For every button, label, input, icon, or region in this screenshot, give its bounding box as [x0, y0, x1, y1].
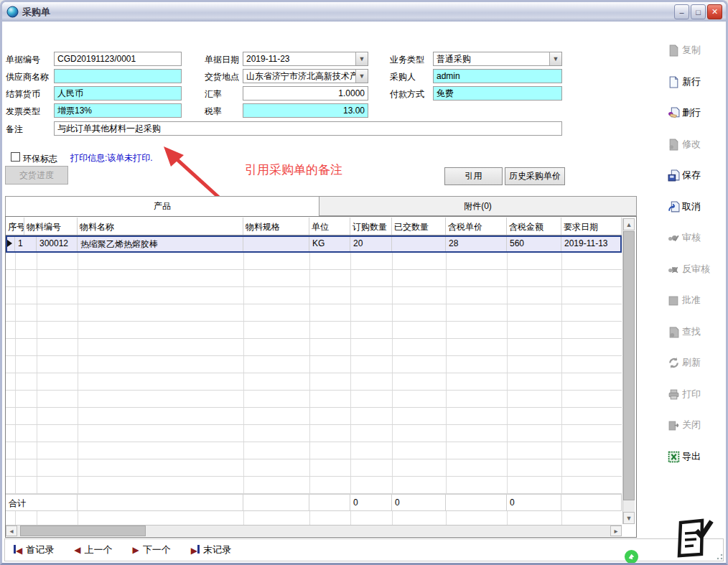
remark-field[interactable]: 与此订单其他材料一起采购	[54, 121, 562, 136]
cell-seq[interactable]: 1	[15, 235, 37, 253]
unaudit-button: 反审核	[668, 263, 710, 276]
scroll-right-icon[interactable]: ▸	[610, 526, 622, 536]
print-button: 打印	[668, 388, 701, 401]
last-record-button[interactable]: ▶ 末记录	[191, 543, 231, 556]
invoice-type-field[interactable]: 增票13%	[54, 103, 182, 118]
close-form-icon	[668, 419, 680, 431]
find-icon	[668, 326, 680, 338]
prev-record-icon: ◀	[74, 545, 80, 555]
delivery-progress-button: 交货进度	[5, 166, 68, 185]
audit-icon	[668, 232, 680, 244]
chevron-down-icon[interactable]: ▼	[355, 52, 368, 65]
grid-header-row: 序号 物料编号 物料名称 物料规格 单位 订购数量 已交数量 含税单价 含税金额…	[6, 218, 622, 235]
cancel-icon	[668, 201, 680, 213]
column-header[interactable]: 已交数量	[392, 218, 446, 235]
grid-empty-rows	[6, 253, 622, 494]
save-button[interactable]: 保存	[668, 169, 701, 182]
quote-button[interactable]: 引用	[444, 167, 503, 185]
next-record-icon: ▶	[132, 545, 139, 555]
supplier-field[interactable]	[54, 69, 182, 83]
scroll-down-icon[interactable]: ▼	[623, 512, 635, 524]
cell-delivered[interactable]	[392, 235, 446, 253]
cancel-button[interactable]: 取消	[668, 200, 701, 213]
column-header[interactable]: 物料规格	[243, 218, 309, 235]
status-green-icon	[624, 549, 639, 564]
cell-date[interactable]: 2019-11-13	[561, 235, 622, 253]
notes-check-logo-icon	[670, 516, 714, 561]
tab-attachment[interactable]: 附件(0)	[319, 196, 637, 216]
tab-bar: 产品 附件(0)	[5, 196, 637, 216]
new-row-icon	[668, 76, 680, 88]
cell-qty[interactable]: 20	[350, 235, 392, 253]
cell-name[interactable]: 热缩聚乙烯热熔胶棒	[78, 235, 243, 253]
biz-type-label: 业务类型	[390, 54, 424, 66]
prev-record-button[interactable]: ◀ 上一个	[74, 543, 112, 556]
payment-field[interactable]: 免费	[433, 86, 562, 101]
buyer-field[interactable]: admin	[433, 69, 562, 83]
red-arrow-annotation	[157, 142, 228, 203]
column-header[interactable]: 物料编号	[24, 218, 78, 235]
delivery-place-combobox[interactable]: 山东省济宁市济北高新技术产 ▼	[243, 69, 368, 83]
chevron-down-icon[interactable]: ▼	[355, 70, 368, 83]
cell-code[interactable]: 300012	[37, 235, 78, 253]
delivery-place-value: 山东省济宁市济北高新技术产	[246, 71, 358, 81]
exchange-rate-field[interactable]: 1.0000	[243, 86, 368, 101]
title-bar[interactable]: 采购单 – □ ✕	[2, 2, 726, 22]
chevron-down-icon[interactable]: ▼	[549, 52, 561, 65]
new-row-button[interactable]: 新行	[668, 75, 701, 88]
tax-rate-label: 税率	[205, 106, 222, 118]
copy-icon	[668, 45, 680, 57]
horizontal-scroll-thumb[interactable]	[20, 526, 146, 536]
cell-price[interactable]: 28	[446, 235, 507, 253]
cell-amount[interactable]: 560	[507, 235, 561, 253]
first-record-button[interactable]: ◀ 首记录	[14, 543, 54, 556]
next-record-button[interactable]: ▶ 下一个	[132, 543, 170, 556]
invoice-type-label: 发票类型	[6, 106, 40, 118]
annotation-text: 引用采购单的备注	[245, 162, 342, 178]
vertical-scroll-thumb[interactable]	[623, 231, 635, 500]
column-header[interactable]: 序号	[6, 218, 24, 235]
minimize-button[interactable]: –	[674, 4, 689, 19]
biz-type-combobox[interactable]: 普通采购 ▼	[433, 52, 562, 66]
maximize-button[interactable]: □	[691, 4, 706, 19]
print-icon	[668, 388, 680, 401]
total-amount: 0	[507, 495, 561, 511]
row-selector	[6, 235, 15, 253]
delete-row-button[interactable]: 删行	[668, 106, 701, 119]
total-label: 合计	[6, 495, 78, 511]
column-header[interactable]: 单位	[309, 218, 350, 235]
column-header[interactable]: 含税单价	[446, 218, 507, 235]
table-row[interactable]: 1 300012 热缩聚乙烯热熔胶棒 KG 20 28 560 2019-11-…	[6, 235, 622, 253]
column-header[interactable]: 要求日期	[561, 218, 622, 235]
column-header[interactable]: 订购数量	[350, 218, 392, 235]
payment-label: 付款方式	[390, 88, 424, 101]
doc-no-field[interactable]: CGD20191123/0001	[54, 52, 182, 66]
export-button[interactable]: 导出	[668, 450, 701, 463]
history-price-button[interactable]: 历史采购单价	[505, 167, 565, 185]
doc-date-combobox[interactable]: 2019-11-23 ▼	[243, 52, 368, 66]
cell-unit[interactable]: KG	[309, 235, 350, 253]
tab-product[interactable]: 产品	[5, 196, 319, 216]
form-area: 单据编号 供应商名称 结算货币 发票类型 备注 单据日期 交货地点 汇率 税率 …	[2, 22, 726, 563]
tax-rate-field[interactable]: 13.00	[243, 103, 368, 118]
resize-grip[interactable]	[716, 553, 723, 560]
remark-label: 备注	[6, 123, 23, 136]
scroll-left-icon[interactable]: ◂	[6, 526, 17, 536]
find-button: 查找	[668, 325, 701, 338]
refresh-icon	[668, 357, 680, 369]
column-header[interactable]: 含税金额	[507, 218, 561, 235]
first-record-icon: ◀	[14, 545, 22, 556]
currency-field[interactable]: 人民币	[54, 86, 182, 101]
currency-label: 结算货币	[6, 88, 40, 101]
eco-checkbox[interactable]	[11, 152, 20, 162]
close-button[interactable]: ✕	[707, 4, 722, 19]
horizontal-scrollbar[interactable]: ◂ ▸	[6, 525, 622, 536]
copy-button: 复制	[668, 44, 701, 57]
column-header[interactable]: 物料名称	[78, 218, 243, 235]
cell-spec[interactable]	[243, 235, 309, 253]
approve-button: 批准	[668, 294, 701, 307]
total-delivered: 0	[392, 495, 446, 511]
scroll-up-icon[interactable]: ▲	[623, 218, 635, 230]
row-selector-arrow-icon	[7, 240, 12, 247]
vertical-scrollbar[interactable]: ▲ ▼	[622, 218, 635, 524]
